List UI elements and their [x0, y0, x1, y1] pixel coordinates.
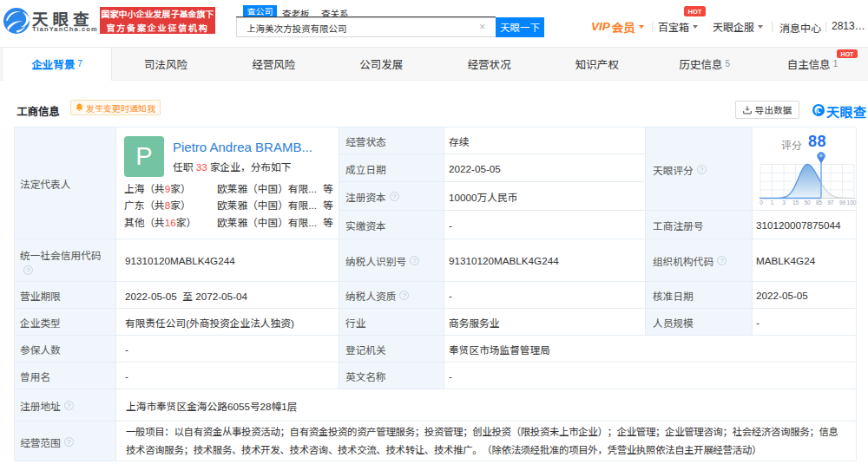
svg-text:0: 0: [760, 199, 763, 206]
svg-text:99: 99: [839, 199, 846, 206]
svg-text:85: 85: [816, 199, 823, 206]
svg-text:100: 100: [847, 199, 857, 206]
svg-text:3: 3: [782, 199, 786, 206]
svg-text:97: 97: [827, 199, 834, 206]
svg-text:15: 15: [792, 199, 799, 206]
svg-text:1: 1: [771, 199, 774, 206]
svg-text:50: 50: [804, 199, 811, 206]
